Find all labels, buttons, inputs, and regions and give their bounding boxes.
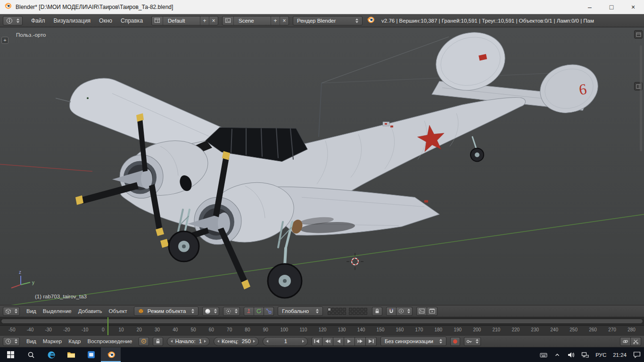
jump-to-end-button[interactable]	[366, 337, 377, 346]
editor-type-button-timeline[interactable]	[3, 337, 20, 346]
menu-item[interactable]: Добавить	[78, 308, 102, 314]
link-button[interactable]	[620, 337, 631, 346]
layer-toggle[interactable]	[343, 312, 346, 315]
show-hidden-icons-button[interactable]	[551, 347, 564, 362]
close-button[interactable]: ×	[622, 0, 644, 14]
menu-item[interactable]: Выделение	[43, 308, 72, 314]
viewport-shading-select[interactable]	[202, 307, 219, 316]
viewport-vertical-scrollbar[interactable]	[640, 45, 642, 151]
layout-name-field[interactable]: Default	[163, 18, 200, 24]
av-sync-select[interactable]: Без синхронизации	[380, 337, 446, 346]
network-button[interactable]	[578, 347, 592, 362]
layer-toggle[interactable]	[343, 308, 346, 311]
layer-toggle[interactable]	[335, 308, 339, 311]
taskbar-app-blender[interactable]	[101, 347, 121, 362]
decrement-arrow-icon[interactable]	[217, 340, 219, 343]
increment-arrow-icon[interactable]	[302, 340, 304, 343]
horizontal-scrollbar[interactable]	[1, 319, 643, 324]
layout-add-button[interactable]: +	[200, 16, 209, 25]
taskbar-app-explorer[interactable]	[61, 347, 81, 362]
timeline-strip[interactable]: -50-40-30-20-100102030405060708090100110…	[0, 317, 644, 335]
opengl-render-anim-button[interactable]	[427, 307, 438, 316]
aircraft-model[interactable]: 6	[56, 27, 603, 298]
scene-add-button[interactable]: +	[271, 16, 280, 25]
maximize-button[interactable]: □	[601, 0, 622, 14]
menu-item[interactable]: Маркер	[43, 338, 62, 344]
frame-start-field[interactable]: Начало: 1	[167, 337, 210, 346]
menu-item[interactable]: Визуализация	[54, 17, 91, 24]
layer-toggle[interactable]	[360, 308, 363, 311]
menu-item[interactable]: Вид	[26, 338, 36, 344]
decrement-arrow-icon[interactable]	[266, 340, 268, 343]
decrement-arrow-icon[interactable]	[171, 340, 173, 343]
layer-toggle[interactable]	[335, 312, 339, 315]
scene-unlink-button[interactable]: ×	[280, 16, 289, 25]
viewport-canvas[interactable]: 6	[0, 27, 644, 305]
layer-toggle[interactable]	[364, 312, 367, 315]
play-reverse-button[interactable]	[333, 337, 344, 346]
opengl-render-image-button[interactable]	[416, 307, 427, 316]
auto-keyframe-record-button[interactable]	[450, 337, 460, 346]
menu-item[interactable]: Файл	[31, 17, 45, 24]
keying-set-select[interactable]	[464, 337, 481, 346]
layer-toggle[interactable]	[331, 308, 335, 311]
frame-lock-button[interactable]	[153, 337, 163, 346]
increment-arrow-icon[interactable]	[204, 340, 206, 343]
start-button[interactable]	[0, 347, 21, 362]
snap-toggle-button[interactable]	[386, 307, 396, 316]
layer-toggle[interactable]	[339, 312, 342, 315]
taskbar-app-edge[interactable]	[41, 347, 61, 362]
unlink-button[interactable]	[631, 337, 641, 346]
taskbar-app-generic[interactable]	[81, 347, 101, 362]
menu-item[interactable]: Окно	[99, 17, 112, 24]
menu-item[interactable]: Справка	[121, 17, 143, 24]
layer-toggle[interactable]	[353, 308, 356, 311]
menu-item[interactable]: Кадр	[68, 338, 81, 344]
play-button[interactable]	[344, 337, 355, 346]
viewport-3d[interactable]: 6	[0, 27, 644, 305]
jump-to-start-button[interactable]	[312, 337, 322, 346]
editor-type-button-info[interactable]	[3, 16, 23, 25]
layer-toggle[interactable]	[356, 312, 360, 315]
layer-toggle[interactable]	[339, 308, 342, 311]
layout-unlink-button[interactable]: ×	[209, 16, 218, 25]
minimize-button[interactable]: –	[579, 0, 601, 14]
taskbar-search-button[interactable]	[21, 347, 41, 362]
layer-toggle[interactable]	[360, 312, 363, 315]
render-engine-select[interactable]: Рендер Blender	[293, 16, 363, 25]
next-keyframe-button[interactable]	[355, 337, 366, 346]
increment-arrow-icon[interactable]	[253, 340, 255, 343]
menu-item[interactable]: Вид	[26, 308, 36, 314]
preview-range-toggle-button[interactable]	[139, 337, 149, 346]
scene-name-field[interactable]: Scene	[234, 18, 271, 24]
current-frame-field[interactable]: 1	[263, 337, 308, 346]
layer-toggle[interactable]	[356, 308, 360, 311]
editor-type-button-3dview[interactable]	[3, 307, 20, 316]
toolshelf-open-tab[interactable]: +	[1, 37, 8, 44]
snap-element-select[interactable]	[396, 307, 413, 316]
scene-browse-button[interactable]	[223, 16, 234, 25]
menu-item[interactable]: Воспроизведение	[87, 338, 132, 344]
touch-keyboard-button[interactable]	[537, 347, 551, 362]
layer-toggle[interactable]	[331, 312, 335, 315]
layer-toggle[interactable]	[349, 308, 352, 311]
frame-end-field[interactable]: Конец: 250	[214, 337, 259, 346]
layer-toggle[interactable]	[364, 308, 367, 311]
transform-orientation-select[interactable]: Глобально	[278, 306, 323, 316]
region-toggle-button[interactable]	[634, 30, 643, 39]
layer-toggle[interactable]	[353, 312, 356, 315]
layer-toggle[interactable]	[349, 312, 352, 315]
scale-manipulator-button[interactable]	[264, 307, 274, 316]
action-center-button[interactable]	[630, 347, 644, 362]
rotate-manipulator-button[interactable]	[254, 307, 264, 316]
language-indicator[interactable]: РУС	[592, 347, 610, 362]
timeline-ruler[interactable]: -50-40-30-20-100102030405060708090100110…	[0, 326, 644, 335]
layer-toggle[interactable]	[328, 308, 331, 311]
menu-item[interactable]: Объект	[109, 308, 127, 314]
layer-toggle[interactable]	[328, 312, 331, 315]
clock[interactable]: 21:24	[610, 347, 630, 362]
volume-button[interactable]	[564, 347, 578, 362]
translate-manipulator-button[interactable]	[244, 307, 254, 316]
current-frame-indicator[interactable]	[107, 317, 108, 335]
previous-keyframe-button[interactable]	[322, 337, 333, 346]
